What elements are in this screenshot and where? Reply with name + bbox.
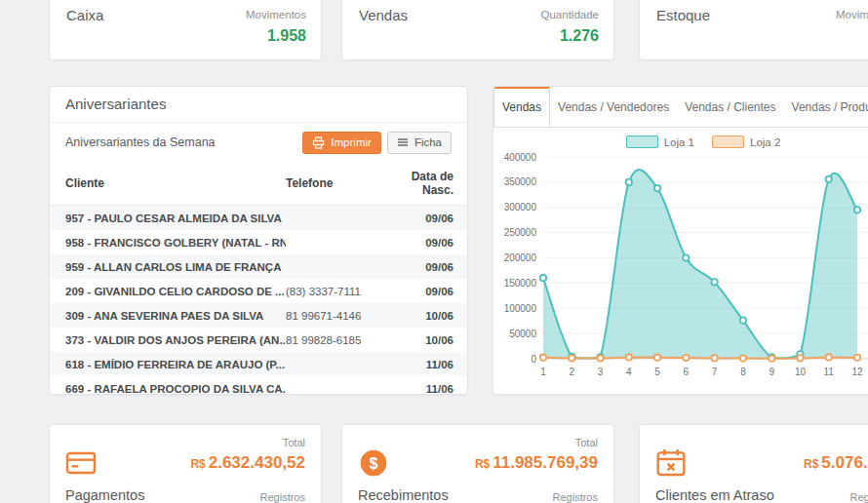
table-row[interactable]: 373 - VALDIR DOS ANJOS PEREIRA (AN... 81… (50, 328, 468, 352)
legend-label: Loja 1 (664, 136, 694, 148)
card-pagamentos: Total R$2.632.430,52 Pagamentos Registro… (49, 424, 322, 503)
svg-text:12: 12 (851, 367, 863, 377)
cell-cliente: 959 - ALLAN CARLOS LIMA DE FRANÇA (50, 254, 286, 279)
currency-label: R$ (190, 457, 205, 471)
sales-tabs: Vendas Vendas / Vendedores Vendas / Clie… (493, 87, 868, 128)
card-clientes-em-atraso: Total R$5.076.869 Clientes em Atraso Reg… (639, 424, 868, 503)
sales-panel: Vendas Vendas / Vendedores Vendas / Clie… (493, 86, 868, 395)
print-button-label: Imprimir (331, 136, 372, 148)
loja1-swatch-icon (626, 135, 658, 148)
cell-telefone: 81 99828-6185 (286, 328, 383, 352)
svg-text:50000: 50000 (509, 329, 536, 339)
total-label: Total (475, 437, 598, 448)
total-value: 11.985.769,39 (493, 453, 598, 472)
svg-text:1: 1 (540, 367, 546, 377)
sales-area-chart: 0500001000001500002000002500003000003500… (493, 151, 868, 390)
total-value: 5.076.869 (821, 453, 868, 472)
card-title: Vendas (359, 7, 408, 23)
cell-telefone (286, 352, 383, 376)
tab-vendas-vendedores[interactable]: Vendas / Vendedores (550, 87, 677, 127)
svg-text:0: 0 (531, 354, 536, 365)
svg-text:100000: 100000 (504, 303, 537, 314)
column-header-data: Data de Nasc. (383, 162, 468, 206)
column-header-cliente: Cliente (50, 162, 286, 206)
tab-vendas-clientes[interactable]: Vendas / Clientes (677, 87, 783, 127)
currency-label: R$ (804, 457, 818, 471)
svg-text:6: 6 (684, 367, 690, 377)
cell-data: 10/06 (383, 328, 468, 352)
svg-text:8: 8 (740, 367, 746, 377)
svg-text:11: 11 (824, 367, 835, 377)
svg-text:200000: 200000 (504, 252, 537, 263)
print-button[interactable]: Imprimir (302, 132, 381, 154)
tab-vendas-produtos[interactable]: Vendas / Produtos (784, 87, 868, 127)
total-label: Total (804, 437, 868, 448)
cell-data: 10/06 (383, 303, 468, 328)
svg-text:350000: 350000 (504, 176, 537, 187)
legend-item-loja1[interactable]: Loja 1 (626, 135, 694, 148)
svg-text:10: 10 (795, 367, 807, 377)
cell-cliente: 373 - VALDIR DOS ANJOS PEREIRA (AN... (50, 328, 286, 352)
stat-label: Movimentos (836, 9, 868, 20)
dashboard: { "colors": { "accent_orange": "#ef8137"… (0, 0, 868, 503)
cell-telefone (286, 376, 383, 395)
table-row[interactable]: 309 - ANA SEVERINA PAES DA SILVA 81 9967… (50, 303, 468, 328)
table-row[interactable]: 959 - ALLAN CARLOS LIMA DE FRANÇA 09/06 (50, 254, 468, 279)
svg-text:4: 4 (626, 367, 632, 377)
registros-label: Registros (553, 491, 598, 503)
registros-label: Registros (850, 491, 868, 503)
cell-cliente: 209 - GIVANILDO CELIO CARDOSO DE ... (50, 279, 286, 303)
card-recebimentos: $ Total R$11.985.769,39 Recebimentos Reg… (341, 424, 614, 503)
stat-label: Movimentos (246, 9, 306, 20)
cell-cliente: 669 - RAFAELA PROCOPIO DA SILVA CA... (50, 376, 286, 395)
cell-data: 09/06 (383, 254, 468, 279)
chart-legend: Loja 1 Loja 2 (493, 135, 868, 148)
cell-telefone (286, 230, 383, 254)
table-row[interactable]: 209 - GIVANILDO CELIO CARDOSO DE ... (83… (50, 279, 468, 303)
column-header-telefone: Telefone (286, 162, 383, 206)
svg-text:250000: 250000 (504, 227, 537, 238)
table-row[interactable]: 958 - FRANCISCO GOLBERY (NATAL - RN) 09/… (50, 230, 468, 254)
payments-icon (65, 447, 97, 479)
ficha-button[interactable]: Ficha (387, 132, 452, 154)
svg-text:5: 5 (654, 367, 660, 377)
registros-label: Registros (260, 491, 305, 503)
card-vendas: Vendas Quantidade 1.276 (341, 0, 614, 60)
ficha-button-label: Ficha (414, 136, 442, 148)
card-caixa: Caixa Movimentos 1.958 (49, 0, 322, 60)
total-label: Total (190, 437, 305, 448)
cell-telefone (286, 206, 383, 231)
stat-value: 1.276 (541, 27, 599, 45)
stat-value: 1.958 (246, 27, 306, 45)
card-title: Estoque (656, 7, 710, 23)
cell-data: 09/06 (383, 279, 468, 303)
svg-text:300000: 300000 (504, 202, 537, 213)
cell-data: 09/06 (383, 206, 468, 231)
card-title: Caixa (66, 7, 103, 23)
legend-label: Loja 2 (750, 136, 780, 148)
cell-cliente: 618 - EMÍDIO FERREIRA DE ARAUJO (P... (50, 352, 286, 376)
currency-label: R$ (475, 457, 490, 471)
cell-telefone: (83) 3337-7111 (286, 279, 383, 303)
svg-text:7: 7 (712, 367, 718, 377)
svg-text:3: 3 (598, 367, 604, 377)
overdue-calendar-icon (655, 447, 687, 479)
panel-title: Aniversariantes (50, 87, 467, 123)
table-row[interactable]: 618 - EMÍDIO FERREIRA DE ARAUJO (P... 11… (50, 352, 468, 376)
svg-text:$: $ (370, 455, 378, 472)
cell-data: 11/06 (383, 352, 468, 376)
loja2-swatch-icon (712, 135, 744, 148)
svg-text:2: 2 (569, 367, 574, 377)
table-row[interactable]: 669 - RAFAELA PROCOPIO DA SILVA CA... 11… (50, 376, 468, 395)
tab-vendas[interactable]: Vendas (493, 87, 550, 127)
cell-data: 09/06 (383, 230, 468, 254)
aniversariantes-panel: Aniversariantes Aniversariantes da Seman… (49, 86, 468, 395)
svg-text:9: 9 (769, 367, 774, 377)
card-title: Clientes em Atraso (655, 487, 774, 503)
table-row[interactable]: 957 - PAULO CESAR ALMEIDA DA SILVA 09/06 (50, 206, 468, 231)
stat-label: Quantidade (541, 9, 599, 20)
legend-item-loja2[interactable]: Loja 2 (712, 135, 780, 148)
total-value: 2.632.430,52 (209, 453, 305, 472)
cell-cliente: 957 - PAULO CESAR ALMEIDA DA SILVA (50, 206, 286, 231)
card-estoque: Estoque Movimentos (639, 0, 868, 60)
